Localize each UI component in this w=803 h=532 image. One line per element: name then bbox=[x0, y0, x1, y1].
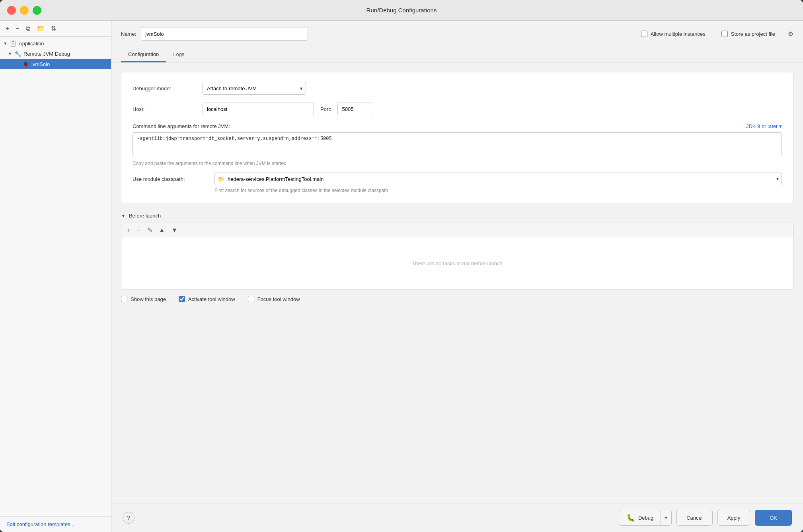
before-launch-header[interactable]: ▼ Before launch bbox=[121, 213, 793, 219]
launch-box: + − ✎ ▲ ▼ There are no tasks to run befo… bbox=[121, 223, 793, 289]
tabs: Configuration Logs bbox=[111, 47, 803, 62]
store-as-project-option[interactable]: Store as project file bbox=[721, 31, 775, 37]
launch-empty-text: There are no tasks to run before launch bbox=[412, 260, 503, 266]
launch-up-button[interactable]: ▲ bbox=[157, 226, 167, 235]
jdk-link[interactable]: JDK 9 or later ▾ bbox=[746, 123, 782, 129]
before-launch-section: ▼ Before launch + − ✎ ▲ ▼ There are no t… bbox=[121, 213, 793, 305]
show-page-checkbox[interactable] bbox=[121, 296, 127, 302]
module-classpath-hint: First search for sources of the debugged… bbox=[214, 188, 782, 193]
config-card: Debugger mode: Attach to remote JVM List… bbox=[121, 72, 793, 203]
tree-arrow-application: ▼ bbox=[3, 41, 8, 46]
cmdline-textarea[interactable]: -agentlib:jdwp=transport=dt_socket,serve… bbox=[133, 132, 782, 156]
port-label: Port: bbox=[320, 106, 331, 112]
focus-tool-checkbox[interactable] bbox=[248, 296, 254, 302]
cmdline-header: Command line arguments for remote JVM: J… bbox=[133, 123, 782, 129]
debug-icon: 🐛 bbox=[626, 513, 635, 522]
sidebar-item-application[interactable]: ▼ 📋 Application bbox=[0, 38, 111, 49]
name-label: Name: bbox=[121, 31, 136, 37]
add-config-button[interactable]: + bbox=[4, 24, 11, 33]
launch-empty-message: There are no tasks to run before launch bbox=[121, 237, 793, 289]
before-launch-arrow-icon: ▼ bbox=[121, 213, 126, 219]
launch-remove-button[interactable]: − bbox=[135, 226, 142, 235]
module-classpath-label: Use module classpath: bbox=[133, 176, 208, 182]
sidebar-item-jvmsolo[interactable]: 🐞 jvmSolo bbox=[0, 59, 111, 69]
launch-edit-button[interactable]: ✎ bbox=[146, 225, 154, 235]
module-select-wrapper: 📁 hedera-services.PlatformTestingTool.ma… bbox=[214, 173, 782, 185]
tree-arrow-remote-jvm: ▼ bbox=[8, 51, 13, 56]
minimize-button[interactable] bbox=[20, 6, 29, 15]
cmdline-label: Command line arguments for remote JVM: bbox=[133, 123, 230, 129]
debug-button-group: 🐛 Debug ▾ bbox=[619, 510, 672, 526]
launch-down-button[interactable]: ▼ bbox=[170, 226, 179, 235]
show-page-option[interactable]: Show this page bbox=[121, 296, 166, 302]
debug-dropdown-button[interactable]: ▾ bbox=[661, 510, 672, 526]
sort-config-button[interactable]: ⇅ bbox=[49, 24, 58, 33]
apply-button[interactable]: Apply bbox=[717, 510, 750, 526]
content-area: Name: Allow multiple instances Store as … bbox=[111, 21, 803, 532]
main-layout: + − ⧉ 📁 ⇅ ▼ 📋 Application ▼ 🔧 Remote JVM… bbox=[0, 21, 803, 532]
window: Run/Debug Configurations + − ⧉ 📁 ⇅ ▼ 📋 A… bbox=[0, 0, 803, 532]
jvmsolo-icon: 🐞 bbox=[22, 61, 29, 67]
window-title: Run/Debug Configurations bbox=[366, 7, 437, 14]
tab-configuration[interactable]: Configuration bbox=[121, 47, 166, 62]
close-button[interactable] bbox=[7, 6, 16, 15]
cancel-button[interactable]: Cancel bbox=[676, 510, 712, 526]
store-as-project-label: Store as project file bbox=[731, 31, 775, 37]
port-input[interactable] bbox=[337, 103, 373, 115]
application-folder-icon: 📋 bbox=[10, 40, 16, 47]
sidebar-toolbar: + − ⧉ 📁 ⇅ bbox=[0, 21, 111, 37]
host-port-row: Host: Port: bbox=[133, 103, 782, 115]
allow-multiple-option[interactable]: Allow multiple instances bbox=[641, 31, 706, 37]
copy-config-button[interactable]: ⧉ bbox=[24, 24, 32, 33]
remove-config-button[interactable]: − bbox=[14, 24, 21, 33]
debugger-mode-label: Debugger mode: bbox=[133, 85, 196, 91]
window-controls bbox=[7, 6, 41, 15]
activate-tool-checkbox[interactable] bbox=[179, 296, 185, 302]
module-classpath-row: Use module classpath: 📁 hedera-services.… bbox=[133, 173, 782, 185]
debug-label: Debug bbox=[638, 515, 653, 521]
help-button[interactable]: ? bbox=[123, 512, 134, 524]
allow-multiple-label: Allow multiple instances bbox=[651, 31, 706, 37]
host-input[interactable] bbox=[203, 103, 314, 115]
debugger-mode-row: Debugger mode: Attach to remote JVM List… bbox=[133, 82, 782, 95]
title-bar: Run/Debug Configurations bbox=[0, 0, 803, 21]
store-as-project-checkbox[interactable] bbox=[721, 31, 728, 37]
activate-tool-option[interactable]: Activate tool window bbox=[179, 296, 235, 302]
gear-button[interactable]: ⚙ bbox=[788, 30, 793, 38]
focus-tool-option[interactable]: Focus tool window bbox=[248, 296, 300, 302]
debugger-mode-select-wrapper: Attach to remote JVM Listen to remote JV… bbox=[203, 82, 306, 95]
ok-button[interactable]: OK bbox=[755, 510, 792, 526]
sidebar-tree: ▼ 📋 Application ▼ 🔧 Remote JVM Debug 🐞 j… bbox=[0, 37, 111, 516]
remote-jvm-label: Remote JVM Debug bbox=[23, 51, 70, 57]
tab-logs[interactable]: Logs bbox=[166, 47, 191, 62]
activate-tool-label: Activate tool window bbox=[188, 296, 235, 302]
debug-dropdown-arrow-icon: ▾ bbox=[665, 515, 667, 520]
remote-jvm-folder-icon: 🔧 bbox=[14, 50, 21, 57]
before-launch-title: Before launch bbox=[129, 213, 161, 219]
folder-config-button[interactable]: 📁 bbox=[35, 24, 46, 33]
allow-multiple-checkbox[interactable] bbox=[641, 31, 647, 37]
launch-toolbar: + − ✎ ▲ ▼ bbox=[121, 223, 793, 237]
cmdline-hint: Copy and paste the arguments to the comm… bbox=[133, 161, 782, 166]
sidebar-footer: Edit configuration templates... bbox=[0, 516, 111, 532]
debugger-mode-select[interactable]: Attach to remote JVM Listen to remote JV… bbox=[203, 82, 306, 95]
jvmsolo-label: jvmSolo bbox=[31, 61, 50, 67]
name-row: Name: bbox=[121, 27, 625, 41]
bottom-checkboxes: Show this page Activate tool window Focu… bbox=[121, 289, 793, 305]
name-input[interactable] bbox=[141, 27, 308, 41]
config-panel: Debugger mode: Attach to remote JVM List… bbox=[111, 62, 803, 503]
show-page-label: Show this page bbox=[131, 296, 166, 302]
maximize-button[interactable] bbox=[33, 6, 41, 15]
launch-add-button[interactable]: + bbox=[125, 226, 132, 235]
module-classpath-select[interactable]: hedera-services.PlatformTestingTool.main bbox=[214, 173, 782, 185]
edit-templates-link[interactable]: Edit configuration templates... bbox=[6, 521, 74, 527]
sidebar: + − ⧉ 📁 ⇅ ▼ 📋 Application ▼ 🔧 Remote JVM… bbox=[0, 21, 111, 532]
host-label: Host: bbox=[133, 106, 196, 112]
bottom-bar: ? 🐛 Debug ▾ Cancel Apply OK bbox=[111, 503, 803, 532]
focus-tool-label: Focus tool window bbox=[257, 296, 300, 302]
debug-main-button[interactable]: 🐛 Debug bbox=[619, 510, 661, 526]
sidebar-item-remote-jvm[interactable]: ▼ 🔧 Remote JVM Debug bbox=[0, 49, 111, 59]
application-label: Application bbox=[19, 41, 44, 47]
top-options: Name: Allow multiple instances Store as … bbox=[111, 21, 803, 47]
